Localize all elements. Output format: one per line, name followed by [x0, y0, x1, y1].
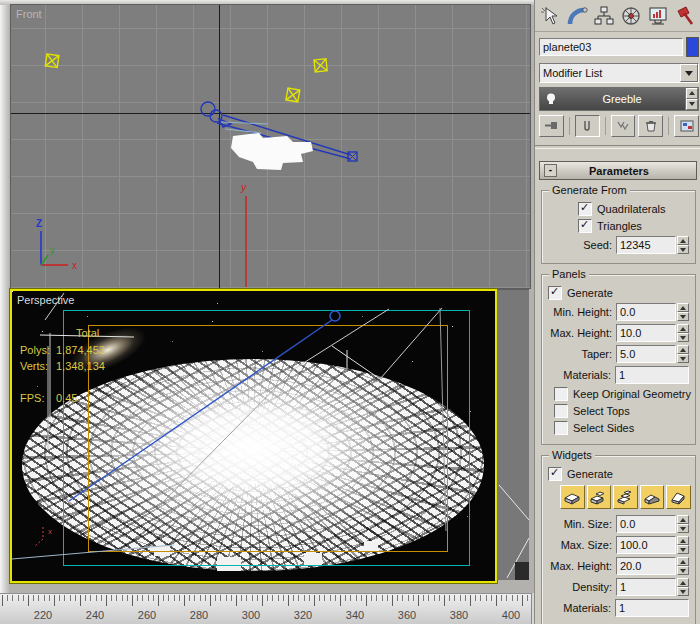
camera-target-line: [69, 311, 340, 501]
track-bar[interactable]: 220 240 260 280 300 320 340 360 380 400: [0, 593, 533, 624]
generate-from-legend: Generate From: [549, 184, 630, 196]
quadrilaterals-checkbox[interactable]: [578, 202, 592, 216]
panels-legend: Panels: [549, 268, 589, 280]
rollout-collapse-icon[interactable]: -: [544, 164, 557, 177]
perspective-viewport-label: Perspective: [17, 294, 74, 306]
widgets-min-size-field[interactable]: [616, 515, 676, 533]
seed-field[interactable]: [616, 236, 676, 254]
show-end-result-button[interactable]: [575, 115, 600, 137]
widgets-max-size-spinner[interactable]: [677, 536, 689, 554]
keep-original-geometry-row[interactable]: Keep Original Geometry: [554, 387, 691, 401]
trackbar-tick-label: 260: [132, 609, 162, 621]
widgets-max-height-field[interactable]: [616, 557, 676, 575]
rollout-title: Parameters: [561, 165, 677, 177]
widgets-density-field[interactable]: [616, 578, 676, 596]
svg-text:y: y: [240, 181, 248, 193]
stats-verts-label: Verts:: [20, 360, 56, 372]
svg-text:Z: Z: [36, 218, 42, 229]
lightbulb-icon[interactable]: [543, 91, 559, 107]
trackbar-tick-label: 220: [28, 609, 58, 621]
widget-double-box-icon[interactable]: [587, 485, 612, 509]
panels-max-height-field[interactable]: [616, 324, 676, 342]
widgets-generate-row[interactable]: Generate: [548, 467, 691, 481]
trackbar-tick-label: 300: [236, 609, 266, 621]
panels-generate-checkbox[interactable]: [548, 286, 562, 300]
helper-icon[interactable]: [45, 54, 327, 102]
mini-axis-x: [35, 527, 43, 546]
parameters-rollout-header[interactable]: - Parameters: [539, 161, 697, 180]
window-frame-left: [0, 0, 10, 624]
modifier-list-label: Modifier List: [540, 67, 680, 79]
remove-modifier-button[interactable]: [638, 115, 663, 137]
modifier-stack-entry-greeble[interactable]: Greeble: [540, 88, 685, 110]
widget-type-buttons: [560, 485, 691, 509]
transform-gizmo-y[interactable]: y: [240, 181, 248, 287]
stats-polys-value: 1,874,453: [56, 344, 105, 356]
triangles-checkbox-row[interactable]: Triangles: [578, 219, 691, 233]
select-tops-checkbox[interactable]: [554, 404, 568, 418]
modifier-list-dropdown[interactable]: Modifier List: [539, 63, 699, 83]
stats-verts-value: 1,348,134: [56, 360, 105, 372]
trackbar-tick-label: 320: [288, 609, 318, 621]
trackbar-tick-label: 360: [392, 609, 422, 621]
axis-tripod: Z x y: [36, 218, 77, 271]
stack-scrollbar[interactable]: [685, 88, 698, 110]
widget-l-box-icon[interactable]: [640, 485, 665, 509]
front-viewport[interactable]: y Z x y Front: [10, 4, 531, 289]
quadrilaterals-checkbox-row[interactable]: Quadrilaterals: [578, 202, 691, 216]
widget-wedge-box-icon[interactable]: [666, 485, 691, 509]
command-panel: Modifier List Greeble: [534, 0, 700, 624]
create-tab-icon[interactable]: [538, 4, 562, 28]
trackbar-tick-label: 380: [444, 609, 474, 621]
select-tops-row[interactable]: Select Tops: [554, 404, 691, 418]
panels-min-height-field[interactable]: [616, 303, 676, 321]
seed-label: Seed:: [583, 239, 612, 251]
modify-tab-icon[interactable]: [565, 4, 589, 28]
make-unique-button[interactable]: [611, 115, 636, 137]
stats-fps-label: FPS:: [20, 392, 56, 404]
generate-from-group: Generate From Quadrilaterals Triangles S…: [541, 190, 696, 264]
panels-generate-row[interactable]: Generate: [548, 286, 691, 300]
perspective-viewport[interactable]: x Perspective Total Polys:1,874,453 Vert…: [10, 289, 497, 583]
widgets-density-spinner[interactable]: [677, 578, 689, 596]
panels-min-height-spinner[interactable]: [677, 303, 689, 321]
widget-box-icon[interactable]: [560, 485, 585, 509]
widgets-max-size-field[interactable]: [616, 536, 676, 554]
panel-divider: [535, 145, 700, 149]
hierarchy-tab-icon[interactable]: [592, 4, 616, 28]
keep-original-geometry-checkbox[interactable]: [554, 387, 568, 401]
panels-max-height-spinner[interactable]: [677, 324, 689, 342]
display-tab-icon[interactable]: [646, 4, 670, 28]
configure-modifier-sets-button[interactable]: [674, 115, 699, 137]
panels-taper-field[interactable]: [616, 345, 676, 363]
panels-materials-field[interactable]: [615, 366, 689, 384]
utilities-tab-icon[interactable]: [673, 4, 697, 28]
select-sides-checkbox[interactable]: [554, 421, 568, 435]
widget-stacked-box-icon[interactable]: [613, 485, 638, 509]
front-viewport-label: Front: [16, 8, 42, 20]
object-color-swatch[interactable]: [686, 37, 699, 57]
side-viewport-sliver[interactable]: [497, 289, 529, 580]
stats-polys-label: Polys:: [20, 344, 56, 356]
stats-total-label: Total: [76, 327, 99, 339]
seed-spinner[interactable]: [677, 236, 689, 254]
trackbar-tick-label: 280: [184, 609, 214, 621]
modifier-stack: Greeble: [539, 87, 699, 111]
widgets-min-size-spinner[interactable]: [677, 515, 689, 533]
stack-toolbar: [535, 111, 700, 141]
widgets-materials-field[interactable]: [615, 599, 689, 617]
svg-text:x: x: [72, 260, 77, 271]
pin-stack-button[interactable]: [539, 115, 564, 137]
motion-tab-icon[interactable]: [619, 4, 643, 28]
widgets-max-height-spinner[interactable]: [677, 557, 689, 575]
panels-taper-spinner[interactable]: [677, 345, 689, 363]
mini-axis-x-label: x: [48, 527, 52, 536]
svg-text:y: y: [50, 245, 55, 255]
widgets-group: Widgets Generate: [541, 455, 696, 624]
triangles-checkbox[interactable]: [578, 219, 592, 233]
widgets-generate-checkbox[interactable]: [548, 467, 562, 481]
select-sides-row[interactable]: Select Sides: [554, 421, 691, 435]
object-name-field[interactable]: [539, 38, 683, 56]
dropdown-arrow-icon[interactable]: [680, 64, 698, 82]
stats-fps-value: 0.45: [56, 392, 77, 404]
